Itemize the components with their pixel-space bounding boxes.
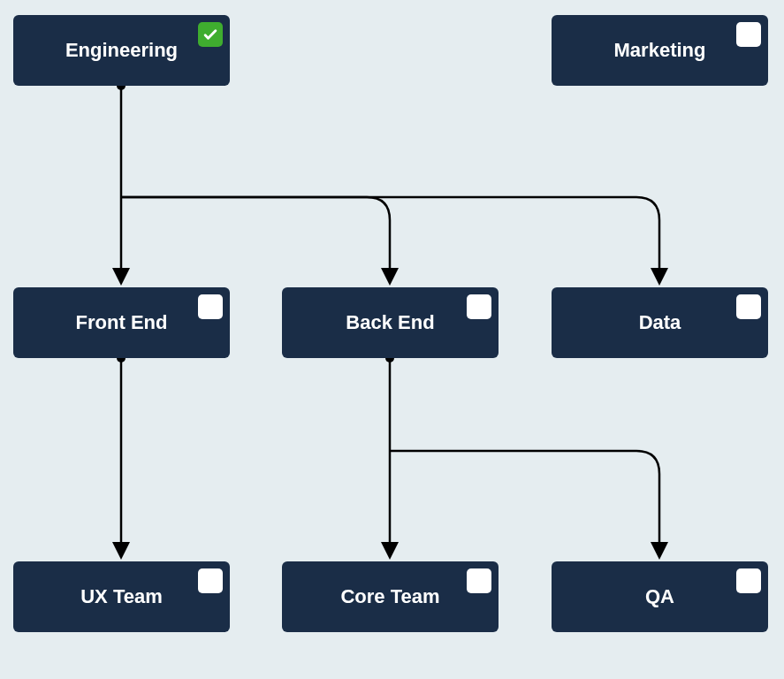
node-coreteam[interactable]: Core Team <box>282 561 499 632</box>
checkbox-uxteam[interactable] <box>198 568 223 593</box>
node-backend[interactable]: Back End <box>282 287 499 358</box>
checkbox-frontend[interactable] <box>198 294 223 319</box>
node-label: Data <box>639 311 681 334</box>
node-engineering[interactable]: Engineering <box>13 15 230 86</box>
node-label: UX Team <box>80 585 163 608</box>
node-frontend[interactable]: Front End <box>13 287 230 358</box>
node-label: QA <box>645 585 674 608</box>
node-marketing[interactable]: Marketing <box>552 15 768 86</box>
checkbox-qa[interactable] <box>736 568 761 593</box>
node-label: Back End <box>346 311 434 334</box>
node-label: Marketing <box>614 39 706 62</box>
checkbox-backend[interactable] <box>467 294 491 319</box>
checkbox-engineering[interactable] <box>198 22 223 47</box>
node-label: Core Team <box>340 585 439 608</box>
node-qa[interactable]: QA <box>552 561 768 632</box>
node-data[interactable]: Data <box>552 287 768 358</box>
node-label: Engineering <box>65 39 178 62</box>
node-label: Front End <box>76 311 168 334</box>
node-uxteam[interactable]: UX Team <box>13 561 230 632</box>
checkbox-marketing[interactable] <box>736 22 761 47</box>
checkbox-coreteam[interactable] <box>467 568 491 593</box>
checkbox-data[interactable] <box>736 294 761 319</box>
checkmark-icon <box>202 26 219 43</box>
